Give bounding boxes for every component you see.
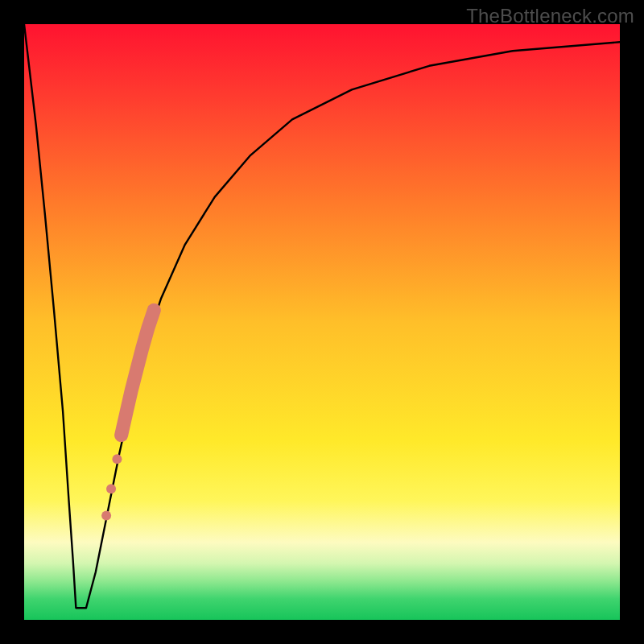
gradient-background — [24, 24, 620, 620]
attribution-label: TheBottleneck.com — [466, 5, 634, 27]
plot-area — [24, 24, 620, 620]
bottleneck-chart — [24, 24, 620, 620]
chart-frame: TheBottleneck.com — [0, 0, 644, 644]
highlight-dot — [101, 511, 111, 521]
highlight-dot — [106, 484, 116, 493]
highlight-dot — [112, 454, 122, 464]
